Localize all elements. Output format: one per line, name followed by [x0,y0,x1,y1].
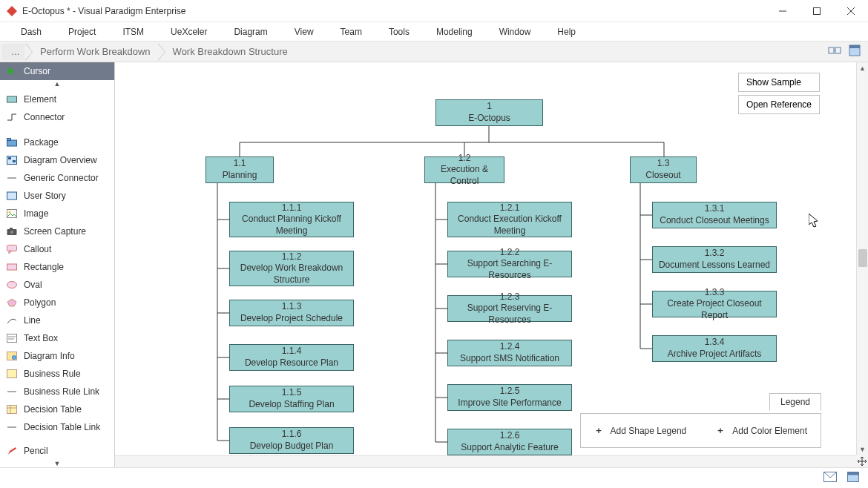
menu-diagram[interactable]: Diagram [220,24,280,40]
palette-generic-connector[interactable]: Generic Connector [0,169,114,187]
show-sample-button[interactable]: Show Sample [738,73,820,92]
add-color-element-button[interactable]: ＋ Add Color Element [716,424,807,437]
wbs-node-1-1-3[interactable]: 1.1.3Develop Project Schedule [229,300,354,326]
menu-project[interactable]: Project [55,24,109,40]
wbs-node-1-1-2[interactable]: 1.1.2Develop Work Breakdown Structure [229,251,354,286]
svg-marker-41 [8,447,16,455]
breadcrumb-bar: ... Perform Work Breakdown Work Breakdow… [0,42,868,62]
palette-line[interactable]: Line [0,311,114,329]
wbs-node-1-3-1[interactable]: 1.3.1Conduct Closeout Meetings [652,202,777,228]
palette-rectangle[interactable]: Rectangle [0,258,114,276]
svg-point-20 [9,211,11,214]
wbs-node-1-1-1[interactable]: 1.1.1Conduct Planning Kickoff Meeting [229,202,354,237]
vertical-scroll-thumb[interactable] [858,249,867,267]
menu-window[interactable]: Window [486,24,545,40]
palette-image[interactable]: Image [0,205,114,222]
pan-move-icon[interactable] [856,455,868,467]
palette-collapse-down[interactable]: ▼ [0,460,114,467]
wbs-node-execution[interactable]: 1.2 Execution & Control [424,156,504,183]
svg-rect-26 [7,264,17,270]
palette-business-rule[interactable]: Business Rule [0,365,114,383]
diagram-info-icon: i [6,351,18,361]
menu-modeling[interactable]: Modeling [423,24,486,40]
menu-itsm[interactable]: ITSM [109,24,157,40]
wbs-node-root[interactable]: 1 E-Octopus [435,99,543,126]
scroll-up-icon[interactable]: ▲ [857,62,868,74]
legend-panel: ＋ Add Shape Legend ＋ Add Color Element [580,413,821,448]
diagram-canvas[interactable]: 1 E-Octopus 1.1 Planning 1.2 Execution &… [115,62,842,466]
menu-team[interactable]: Team [327,24,375,40]
menu-dash[interactable]: Dash [7,24,55,40]
svg-marker-66 [809,214,818,227]
palette-diagram-info[interactable]: i Diagram Info [0,347,114,365]
pencil-icon [6,446,18,456]
wbs-node-1-1-4[interactable]: 1.1.4Develop Resource Plan [229,344,354,371]
legend-tab[interactable]: Legend [769,393,821,411]
status-panel-icon[interactable] [847,472,859,484]
wbs-node-1-3-4[interactable]: 1.3.4Archive Project Artifacts [652,335,777,362]
palette-element[interactable]: Element [0,90,114,108]
app-icon [6,5,18,17]
palette-user-story[interactable]: User Story [0,187,114,205]
window-maximize-button[interactable] [800,0,834,22]
wbs-node-planning[interactable]: 1.1 Planning [206,156,274,183]
callout-icon [6,244,18,254]
palette-decision-table[interactable]: Decision Table [0,400,114,418]
business-rule-icon [6,369,18,379]
scroll-down-icon[interactable]: ▼ [857,444,868,455]
tool-palette: Cursor ▲ Element Connector Package Diagr… [0,62,115,467]
toolbar-zoom-icon[interactable] [828,44,841,59]
window-minimize-button[interactable] [766,0,800,22]
wbs-node-1-2-4[interactable]: 1.2.4Support SMS Notification [447,340,572,366]
window-close-button[interactable] [834,0,868,22]
svg-rect-6 [835,47,841,53]
menu-uexceler[interactable]: UeXceler [157,24,220,40]
main-area: Cursor ▲ Element Connector Package Diagr… [0,62,868,467]
wbs-node-1-2-5[interactable]: 1.2.5Improve Site Performance [447,384,572,411]
wbs-node-closeout[interactable]: 1.3 Closeout [630,156,697,183]
breadcrumb-segment-1[interactable]: Perform Work Breakdown [25,43,162,61]
palette-callout[interactable]: Callout [0,240,114,258]
camera-icon [6,226,18,237]
oval-icon [6,280,18,290]
horizontal-scrollbar[interactable] [115,455,856,467]
wbs-node-1-3-3[interactable]: 1.3.3Create Project Closeout Report [652,291,777,317]
palette-screen-capture[interactable]: Screen Capture [0,222,114,240]
add-shape-legend-button[interactable]: ＋ Add Shape Legend [594,424,687,437]
palette-business-rule-link[interactable]: Business Rule Link [0,383,114,400]
palette-oval[interactable]: Oval [0,276,114,294]
toolbar-panel-icon[interactable] [849,44,861,59]
breadcrumb-right-actions [828,44,868,59]
plus-icon: ＋ [594,424,603,437]
palette-polygon[interactable]: Polygon [0,294,114,311]
open-reference-button[interactable]: Open Reference [738,95,820,114]
menu-help[interactable]: Help [544,24,589,40]
vertical-scrollbar[interactable]: ▲ ▼ [856,62,868,455]
window-titlebar: E-Octopus * - Visual Paradigm Enterprise [0,0,868,22]
wbs-node-1-3-2[interactable]: 1.3.2Document Lessons Learned [652,246,777,273]
wbs-node-1-1-6[interactable]: 1.1.6Develop Budget Plan [229,427,354,454]
palette-collapse-up[interactable]: ▲ [0,80,114,90]
wbs-node-1-2-1[interactable]: 1.2.1Conduct Execution Kickoff Meeting [447,202,572,237]
palette-diagram-overview[interactable]: Diagram Overview [0,151,114,169]
palette-text-box[interactable]: Text Box [0,329,114,347]
wbs-node-1-2-2[interactable]: 1.2.2Support Searching E-Resources [447,251,572,277]
diagram-overview-icon [6,155,18,165]
palette-cursor[interactable]: Cursor [0,62,114,80]
palette-decision-table-link[interactable]: Decision Table Link [0,418,114,436]
menu-view[interactable]: View [281,24,327,40]
svg-marker-0 [7,6,17,16]
wbs-node-1-2-6[interactable]: 1.2.6Support Analytic Feature [447,429,572,455]
wbs-node-1-2-3[interactable]: 1.2.3Support Reserving E-Resources [447,295,572,322]
status-bar [0,467,868,488]
breadcrumb-segment-2[interactable]: Work Breakdown Structure [158,43,300,61]
menu-tools[interactable]: Tools [375,24,423,40]
rectangle-icon [6,262,18,272]
palette-connector[interactable]: Connector [0,108,114,126]
palette-package[interactable]: Package [0,133,114,151]
wbs-node-1-1-5[interactable]: 1.1.5Develop Staffing Plan [229,386,354,412]
mail-icon[interactable] [823,472,837,484]
palette-pencil[interactable]: Pencil [0,442,114,460]
svg-rect-29 [7,334,17,343]
svg-rect-5 [829,47,834,53]
